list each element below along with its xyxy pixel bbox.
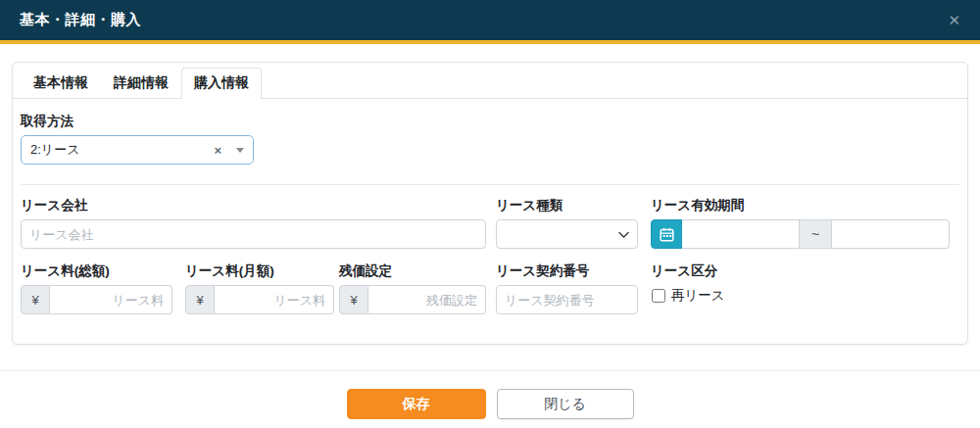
calendar-button[interactable]: [651, 219, 682, 249]
currency-prefix: ¥: [185, 285, 215, 314]
section-divider: [21, 184, 959, 185]
lease-fee-total-input[interactable]: [50, 285, 172, 314]
lease-row-1: リース会社 リース種類 リース有効期間: [21, 197, 959, 249]
lease-row-2: リース料(総額) ¥ リース料(月額) ¥ 残価設定 ¥: [21, 262, 959, 314]
lease-company-input[interactable]: [21, 219, 486, 249]
residual-value-label: 残価設定: [339, 262, 486, 280]
lease-category-label: リース区分: [651, 262, 725, 280]
tab-basic-info[interactable]: 基本情報: [21, 68, 101, 99]
lease-period-field: リース有効期間 ~: [651, 197, 950, 249]
lease-fee-total-label: リース料(総額): [21, 262, 172, 280]
lease-fee-monthly-input[interactable]: [215, 285, 334, 314]
save-button[interactable]: 保存: [347, 389, 486, 419]
lease-fee-total-field: リース料(総額) ¥: [21, 262, 172, 314]
modal-header: 基本・詳細・購入 ✕: [0, 0, 980, 44]
form-card: 基本情報 詳細情報 購入情報 取得方法 2:リース × リース会社 リース種類: [12, 62, 968, 345]
tab-bar: 基本情報 詳細情報 購入情報: [13, 63, 967, 99]
modal-title: 基本・詳細・購入: [20, 11, 141, 29]
modal-footer: 保存 閉じる: [0, 370, 980, 419]
lease-company-label: リース会社: [21, 197, 486, 214]
residual-value-field: 残価設定 ¥: [339, 262, 486, 314]
lease-fee-monthly-field: リース料(月額) ¥: [185, 262, 334, 314]
currency-prefix: ¥: [21, 285, 50, 314]
period-separator: ~: [800, 219, 832, 249]
lease-category-field: リース区分 再リース: [651, 262, 725, 305]
lease-fee-monthly-label: リース料(月額): [185, 262, 334, 280]
tab-panel-purchase: 取得方法 2:リース × リース会社 リース種類: [13, 99, 967, 344]
acquisition-method-value: 2:リース: [30, 141, 214, 159]
lease-fee-monthly-group: ¥: [185, 285, 334, 314]
lease-type-select[interactable]: [496, 219, 638, 249]
lease-contract-number-label: リース契約番号: [496, 262, 638, 280]
re-lease-checkbox-label: 再リース: [671, 287, 725, 305]
tab-detail-info[interactable]: 詳細情報: [101, 68, 181, 99]
close-button[interactable]: 閉じる: [497, 389, 634, 419]
clear-icon[interactable]: ×: [214, 143, 221, 158]
lease-contract-number-field: リース契約番号: [496, 262, 638, 314]
caret-down-icon: [236, 148, 244, 153]
currency-prefix: ¥: [339, 285, 368, 314]
lease-contract-number-input[interactable]: [496, 285, 638, 314]
lease-type-label: リース種類: [496, 197, 638, 214]
residual-value-group: ¥: [339, 285, 486, 314]
calendar-icon: [660, 227, 674, 242]
close-icon[interactable]: ✕: [948, 13, 960, 27]
acquisition-method-select[interactable]: 2:リース ×: [21, 135, 254, 165]
lease-company-field: リース会社: [21, 197, 486, 249]
chevron-down-icon: [618, 231, 629, 239]
re-lease-checkbox-row: 再リース: [651, 287, 725, 305]
period-end-input[interactable]: [832, 219, 950, 249]
lease-type-field: リース種類: [496, 197, 638, 249]
acquisition-method-label: 取得方法: [21, 113, 959, 130]
residual-value-input[interactable]: [368, 285, 486, 314]
lease-fee-total-group: ¥: [21, 285, 172, 314]
re-lease-checkbox[interactable]: [652, 289, 665, 303]
lease-period-label: リース有効期間: [651, 197, 950, 214]
tab-purchase-info[interactable]: 購入情報: [181, 68, 262, 99]
lease-period-group: ~: [651, 219, 950, 249]
period-start-input[interactable]: [682, 219, 800, 249]
